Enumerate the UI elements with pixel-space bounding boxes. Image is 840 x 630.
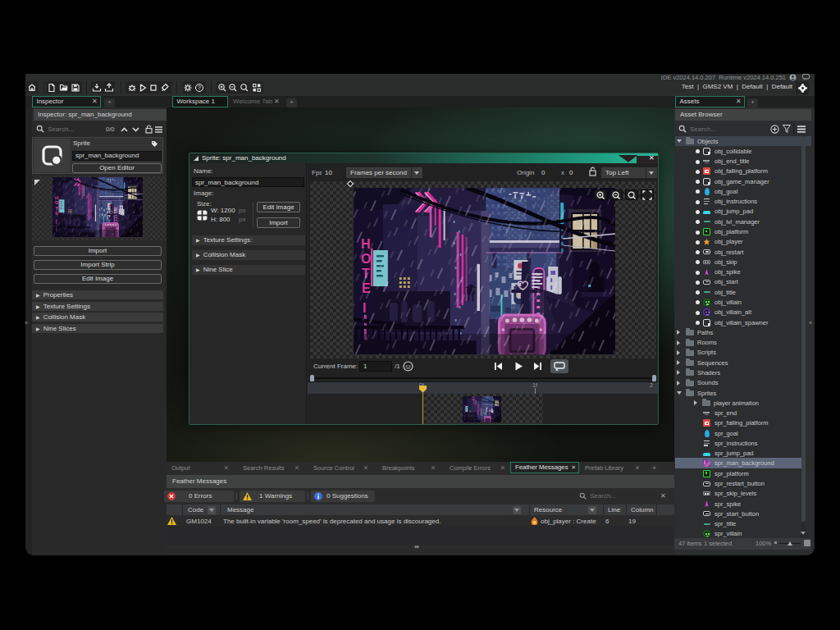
svg-text:?: ? [198, 84, 201, 90]
